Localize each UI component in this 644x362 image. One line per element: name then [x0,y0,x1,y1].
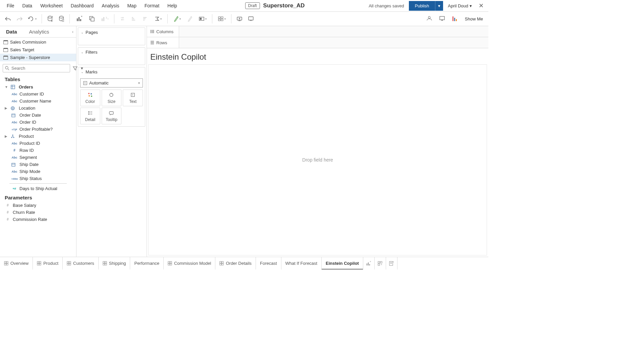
sheet-tab[interactable]: Shipping [99,257,130,269]
menu-file[interactable]: File [3,0,18,11]
filters-shelf[interactable]: ⌄Filters [78,47,145,65]
parameter-item[interactable]: #Churn Rate [0,209,76,216]
viz-drop-area[interactable]: Drop field here [148,64,487,255]
sheet-tab[interactable]: Forecast [256,257,281,269]
sheet-tab[interactable]: Performance [130,257,163,269]
field-item[interactable]: =#Days to Ship Actual [0,185,76,192]
mark-card-color[interactable]: Color [80,89,100,106]
data-guide-button[interactable] [424,13,435,24]
menu-dashboard[interactable]: Dashboard [67,0,98,11]
field-item[interactable]: Order Date [0,112,76,119]
field-type-icon [11,134,17,138]
field-item[interactable]: AbcShip Mode [0,168,76,175]
sheet-label: Overview [10,261,29,266]
sheet-tab[interactable]: Overview [0,257,33,269]
sheet-tab[interactable]: Order Details [215,257,256,269]
sheet-tab[interactable]: Product [33,257,63,269]
svg-text:T: T [84,82,86,85]
revert-button[interactable]: ▾ [25,13,39,24]
present-button[interactable] [437,13,447,24]
redo-button[interactable] [14,13,25,24]
field-item[interactable]: ▶Product [0,133,76,140]
new-dashboard-button[interactable]: + [375,257,386,269]
menu-worksheet[interactable]: Worksheet [36,0,67,11]
presentation-button[interactable] [246,13,256,24]
svg-rect-17 [143,18,146,19]
sheet-tab[interactable]: What If Forecast [281,257,322,269]
rows-shelf[interactable]: Rows [147,37,488,48]
search-field[interactable] [3,64,70,72]
chevron-down-icon: ▾ [470,3,472,8]
new-worksheet-button[interactable]: + [72,13,86,24]
header-center: Draft Superstore_AD [181,2,369,9]
annotate-button[interactable] [184,13,195,24]
separator [114,14,114,23]
sheet-tab[interactable]: Einstein Copilot [322,257,363,269]
table-orders[interactable]: ▼ Orders [0,83,76,90]
undo-button[interactable] [3,13,13,24]
dashboard-icon [67,261,71,265]
menu-analysis[interactable]: Analysis [98,0,123,11]
publish-dropdown[interactable]: ▾ [435,1,443,11]
menu-map[interactable]: Map [123,0,140,11]
showme-icon[interactable] [449,13,460,24]
totals-button[interactable]: ▾ [151,13,165,24]
svg-rect-62 [6,261,8,263]
svg-text:+: + [81,16,82,18]
datasource-item[interactable]: Sales Target [0,46,76,54]
field-item[interactable]: AbcCustomer Name [0,98,76,105]
search-input[interactable] [11,66,68,71]
field-item[interactable]: AbcSegment [0,154,76,161]
menu-data[interactable]: Data [18,0,37,11]
highlight-button[interactable]: ▾ [170,13,184,24]
field-item[interactable]: Ship Date [0,161,76,168]
menu-help[interactable]: Help [163,0,181,11]
field-item[interactable]: #Row ID [0,147,76,154]
pages-shelf[interactable]: ⌄Pages [78,27,145,45]
columns-shelf[interactable]: Columns [147,26,488,37]
mark-card-tooltip[interactable]: Tooltip [102,108,122,124]
datasource-item[interactable]: Sales Commission [0,38,76,46]
field-label: Order ID [19,120,36,125]
field-item[interactable]: =AbcShip Status [0,175,76,182]
svg-point-42 [91,93,92,95]
mark-card-detail[interactable]: Detail [80,108,100,124]
clear-button[interactable]: ✕▾ [98,13,111,24]
datasource-item[interactable]: Sample - Superstore [0,54,76,61]
search-row: ▾ [0,62,76,74]
new-datasource-button[interactable]: + [45,13,55,24]
mark-type-dropdown[interactable]: T Automatic ▾ [80,78,143,87]
field-label: Product ID [19,141,40,146]
field-item[interactable]: AbcCustomer ID [0,90,76,98]
field-item[interactable]: AbcOrder ID [0,119,76,126]
fit-button[interactable]: ▾ [196,13,209,24]
download-button[interactable] [234,13,245,24]
tab-analytics[interactable]: Analytics [23,26,55,37]
pause-updates-button[interactable] [56,13,67,24]
publish-button[interactable]: Publish [409,1,435,11]
close-button[interactable]: ✕ [477,2,486,9]
showme-button[interactable]: Show Me [462,15,486,23]
parameter-item[interactable]: #Commission Rate [0,216,76,223]
sort-asc-button[interactable] [128,13,139,24]
svg-rect-21 [218,17,220,18]
field-item[interactable]: AbcProduct ID [0,140,76,147]
sort-desc-button[interactable] [140,13,151,24]
menu-format[interactable]: Format [141,0,163,11]
parameter-item[interactable]: #Base Salary [0,202,76,209]
sheet-title[interactable]: Einstein Copilot [147,48,488,64]
collapse-pane-button[interactable]: ‹ [69,27,76,36]
user-menu[interactable]: April Doud▾ [448,3,472,8]
duplicate-button[interactable] [87,13,97,24]
show-cards-button[interactable]: ▾ [215,13,228,24]
swap-button[interactable] [117,13,128,24]
field-item[interactable]: ▶Location [0,105,76,112]
tab-data[interactable]: Data [0,26,23,37]
sheet-tab[interactable]: Commission Model [164,257,216,269]
mark-card-text[interactable]: TText [123,89,143,106]
field-item[interactable]: =T|FOrder Profitable? [0,126,76,133]
sheet-tab[interactable]: Customers [63,257,99,269]
mark-card-size[interactable]: Size [102,89,122,106]
new-worksheet-button[interactable]: + [363,257,375,269]
new-story-button[interactable]: + [386,257,397,269]
